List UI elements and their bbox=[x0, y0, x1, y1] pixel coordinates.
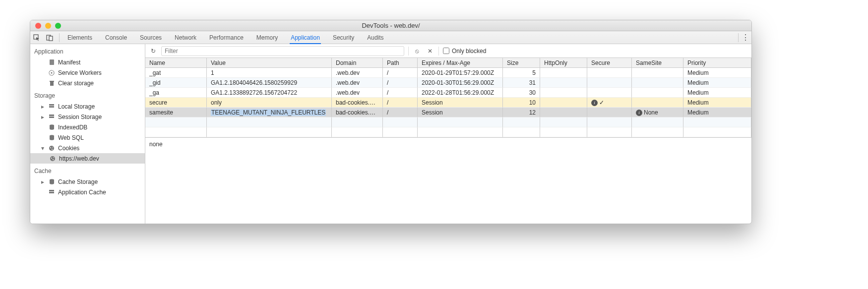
cookie-icon bbox=[49, 156, 56, 162]
divider bbox=[408, 47, 409, 56]
col-name[interactable]: Name bbox=[145, 58, 207, 67]
col-size[interactable]: Size bbox=[503, 58, 540, 67]
divider bbox=[738, 33, 739, 42]
svg-rect-24 bbox=[49, 192, 54, 193]
table-row[interactable]: _gat1.web.dev/2020-01-29T01:57:29.000Z5M… bbox=[145, 68, 751, 78]
sidebar-item-websql[interactable]: Web SQL bbox=[30, 132, 145, 143]
col-value[interactable]: Value bbox=[207, 58, 332, 67]
table-row[interactable]: _gaGA1.2.1338892726.1567204722.web.dev/2… bbox=[145, 88, 751, 98]
sidebar-heading-application: Application bbox=[30, 44, 145, 57]
tab-elements[interactable]: Elements bbox=[66, 31, 93, 44]
cell: 5 bbox=[503, 68, 540, 78]
cell: Medium bbox=[683, 88, 751, 98]
sidebar-item-cache-storage[interactable]: ▸ Cache Storage bbox=[30, 176, 145, 187]
window-titlebar: DevTools - web.dev/ bbox=[30, 20, 751, 31]
sidebar-item-application-cache[interactable]: Application Cache bbox=[30, 187, 145, 197]
sidebar-label: Application Cache bbox=[58, 189, 106, 196]
table-row-empty[interactable]: . bbox=[145, 127, 751, 137]
cell bbox=[540, 68, 587, 78]
table-row[interactable]: _gidGA1.2.1804046426.1580259929.web.dev/… bbox=[145, 78, 751, 88]
tab-performance[interactable]: Performance bbox=[208, 31, 245, 44]
col-priority[interactable]: Priority bbox=[683, 58, 751, 67]
cell: i✓ bbox=[587, 98, 632, 108]
cell: iNone bbox=[632, 108, 683, 117]
sidebar-item-session-storage[interactable]: ▸ Session Storage bbox=[30, 112, 145, 122]
devtools-tabbar: Elements Console Sources Network Perform… bbox=[30, 31, 751, 44]
table-row[interactable]: samesiteTEENAGE_MUTANT_NINJA_FLEURTLESba… bbox=[145, 108, 751, 117]
cell: Medium bbox=[683, 68, 751, 78]
database-icon bbox=[48, 135, 55, 141]
tab-security[interactable]: Security bbox=[332, 31, 355, 44]
cell: _gid bbox=[145, 78, 207, 88]
cell: 1 bbox=[207, 68, 332, 78]
cell: Session bbox=[418, 108, 503, 117]
divider bbox=[59, 33, 60, 42]
svg-point-14 bbox=[49, 146, 54, 151]
svg-rect-8 bbox=[49, 104, 54, 106]
chevron-down-icon[interactable]: ▾ bbox=[40, 145, 45, 152]
col-path[interactable]: Path bbox=[383, 58, 418, 67]
cell: only bbox=[207, 98, 332, 108]
cell: 31 bbox=[503, 78, 540, 88]
inspect-element-icon[interactable] bbox=[30, 34, 43, 41]
cell: GA1.2.1804046426.1580259929 bbox=[207, 78, 332, 88]
col-samesite[interactable]: SameSite bbox=[632, 58, 683, 67]
only-blocked-checkbox[interactable]: Only blocked bbox=[443, 48, 486, 55]
sidebar-item-manifest[interactable]: Manifest bbox=[30, 57, 145, 67]
device-toolbar-icon[interactable] bbox=[43, 34, 56, 41]
gear-icon bbox=[48, 70, 55, 76]
clear-icon[interactable]: ✕ bbox=[426, 48, 434, 55]
cell: .web.dev bbox=[332, 68, 383, 78]
cookies-panel: ↻ ⦸ ✕ Only blocked Name Value Domain Pat… bbox=[145, 44, 751, 224]
svg-rect-7 bbox=[50, 81, 54, 82]
table-row-empty[interactable]: . bbox=[145, 117, 751, 127]
sidebar-label: Web SQL bbox=[58, 134, 84, 141]
cookies-table: Name Value Domain Path Expires / Max-Age… bbox=[145, 58, 751, 137]
cell bbox=[632, 68, 683, 78]
block-icon[interactable]: ⦸ bbox=[413, 48, 422, 55]
more-options-icon[interactable]: ⋮ bbox=[740, 33, 751, 42]
chevron-right-icon[interactable]: ▸ bbox=[40, 103, 45, 110]
chevron-right-icon[interactable]: ▸ bbox=[40, 114, 45, 120]
sidebar-item-service-workers[interactable]: Service Workers bbox=[30, 67, 145, 78]
tab-application[interactable]: Application bbox=[290, 31, 321, 44]
sidebar-item-indexeddb[interactable]: IndexedDB bbox=[30, 122, 145, 132]
svg-rect-11 bbox=[49, 116, 54, 118]
cell: secure bbox=[145, 98, 207, 108]
tab-audits[interactable]: Audits bbox=[366, 31, 384, 44]
cell bbox=[587, 78, 632, 88]
tab-network[interactable]: Network bbox=[174, 31, 197, 44]
sidebar-item-cookies[interactable]: ▾ Cookies bbox=[30, 143, 145, 153]
tab-console[interactable]: Console bbox=[104, 31, 128, 44]
trash-icon bbox=[48, 80, 55, 86]
svg-point-5 bbox=[51, 72, 53, 73]
refresh-icon[interactable]: ↻ bbox=[149, 48, 157, 55]
tab-sources[interactable]: Sources bbox=[139, 31, 163, 44]
svg-point-18 bbox=[50, 156, 55, 161]
svg-point-21 bbox=[53, 159, 54, 160]
storage-icon bbox=[48, 189, 55, 195]
cell: .web.dev bbox=[332, 78, 383, 88]
col-domain[interactable]: Domain bbox=[332, 58, 383, 67]
only-blocked-input[interactable] bbox=[443, 48, 449, 54]
sidebar-item-cookie-origin[interactable]: https://web.dev bbox=[30, 153, 145, 164]
svg-rect-6 bbox=[50, 82, 54, 86]
col-secure[interactable]: Secure bbox=[587, 58, 632, 67]
filter-input[interactable] bbox=[161, 46, 404, 56]
sidebar-label: Local Storage bbox=[58, 103, 95, 110]
sidebar-item-clear-storage[interactable]: Clear storage bbox=[30, 78, 145, 88]
sidebar-label: Cache Storage bbox=[58, 178, 98, 185]
cell bbox=[540, 108, 587, 117]
col-httponly[interactable]: HttpOnly bbox=[540, 58, 587, 67]
table-row[interactable]: secureonlybad-cookies.g…/Session10i✓Medi… bbox=[145, 98, 751, 108]
svg-point-15 bbox=[50, 147, 51, 148]
chevron-right-icon[interactable]: ▸ bbox=[40, 178, 45, 185]
col-expires[interactable]: Expires / Max-Age bbox=[418, 58, 503, 67]
document-icon bbox=[48, 59, 55, 65]
tab-memory[interactable]: Memory bbox=[255, 31, 279, 44]
svg-rect-3 bbox=[50, 59, 54, 65]
only-blocked-label: Only blocked bbox=[452, 48, 486, 55]
sidebar-item-local-storage[interactable]: ▸ Local Storage bbox=[30, 101, 145, 112]
cell: TEENAGE_MUTANT_NINJA_FLEURTLES bbox=[207, 108, 332, 117]
svg-point-19 bbox=[51, 158, 52, 159]
